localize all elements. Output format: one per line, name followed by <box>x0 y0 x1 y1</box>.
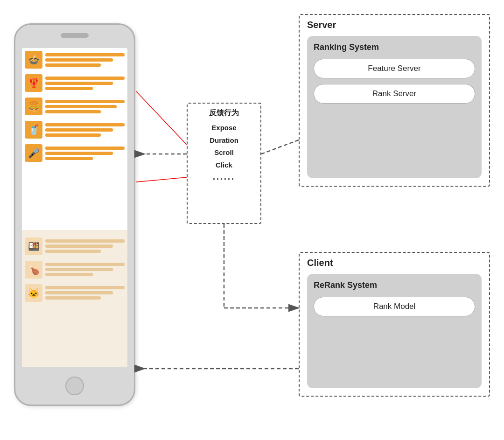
rank-model-button: Rank Model <box>314 297 475 316</box>
feed-area-top: 🍲 🦞 <box>22 48 127 230</box>
rank-server-button: Rank Server <box>314 84 475 104</box>
feedback-item-click: Click <box>216 160 232 171</box>
phone-home-button <box>65 377 84 395</box>
client-label: Client <box>307 258 333 268</box>
feed-icon-2: 🦞 <box>25 74 42 92</box>
feedback-item-expose: Expose <box>211 123 236 133</box>
feed-line <box>45 77 125 80</box>
ranking-system-label: Ranking System <box>314 42 475 52</box>
rerank-system-box: ReRank System Rank Model <box>307 274 482 388</box>
rank-server-to-feedback-line <box>261 140 299 154</box>
feed-area-bottom: 🍱 🍗 <box>22 230 127 367</box>
feed-line <box>45 291 113 294</box>
phone: 🍲 🦞 <box>14 23 135 406</box>
feature-server-button: Feature Server <box>314 59 475 78</box>
feed-line <box>45 286 125 289</box>
feed-icon-6: 🍱 <box>25 237 42 255</box>
diagram-container: 🍲 🦞 <box>0 0 504 440</box>
feed-line <box>45 244 113 248</box>
feedback-box: 反馈行为 Expose Duration Scroll Click ...... <box>187 103 261 224</box>
feed-lines-1 <box>45 53 125 67</box>
feedback-item-duration: Duration <box>210 135 238 146</box>
feed-lines-7 <box>45 263 125 276</box>
feed-line <box>45 250 101 253</box>
server-box: Server Ranking System Feature Server Ran… <box>299 14 490 187</box>
feed-line <box>45 105 117 108</box>
feed-item-4: 🥤 <box>22 118 127 141</box>
feed-line <box>45 296 101 300</box>
feed-item-1: 🍲 <box>22 48 127 71</box>
feed-line <box>45 147 125 150</box>
feed-line <box>45 268 113 271</box>
feed-lines-8 <box>45 286 125 300</box>
feed-icon-7: 🍗 <box>25 261 42 279</box>
feed-lines-6 <box>45 239 125 253</box>
feed-icon-4: 🥤 <box>25 121 42 139</box>
ranking-system-box: Ranking System Feature Server Rank Serve… <box>307 36 482 178</box>
feed-line <box>45 157 93 160</box>
feed-line <box>45 128 113 132</box>
feed-item-2: 🦞 <box>22 71 127 95</box>
rerank-system-label: ReRank System <box>314 280 475 290</box>
feed-item-8: 🐱 <box>22 281 127 305</box>
feed-icon-5: 🎤 <box>25 144 42 162</box>
feed-line <box>45 58 113 62</box>
feed-icon-3: 🍔 <box>25 98 42 115</box>
feed-item-5: 🎤 <box>22 141 127 165</box>
feedback-dots: ...... <box>213 172 235 182</box>
server-label: Server <box>307 20 336 30</box>
feed-lines-3 <box>45 100 125 113</box>
feed-icon-1: 🍲 <box>25 51 42 69</box>
feedback-item-scroll: Scroll <box>214 147 234 158</box>
feed-line <box>45 100 125 103</box>
feedback-title: 反馈行为 <box>209 108 239 118</box>
feed-line <box>45 63 101 67</box>
phone-screen: 🍲 🦞 <box>22 48 127 367</box>
feed-line <box>45 87 93 90</box>
feed-line <box>45 133 101 137</box>
feed-line <box>45 239 125 243</box>
feed-line <box>45 53 125 56</box>
feed-item-3: 🍔 <box>22 95 127 118</box>
feed-line <box>45 263 125 266</box>
feed-lines-5 <box>45 147 125 160</box>
feed-line <box>45 123 125 126</box>
feed-icon-8: 🐱 <box>25 284 42 302</box>
red-line-1 <box>136 91 187 145</box>
feed-lines-4 <box>45 123 125 137</box>
phone-speaker <box>61 33 89 38</box>
feed-line <box>45 82 113 85</box>
client-box: Client ReRank System Rank Model <box>299 252 490 397</box>
feed-item-7: 🍗 <box>22 258 127 281</box>
red-line-2 <box>136 177 187 182</box>
feed-line <box>45 273 93 276</box>
feed-lines-2 <box>45 77 125 90</box>
feed-item-6: 🍱 <box>22 235 127 258</box>
feed-line <box>45 110 101 113</box>
feed-line <box>45 152 113 155</box>
